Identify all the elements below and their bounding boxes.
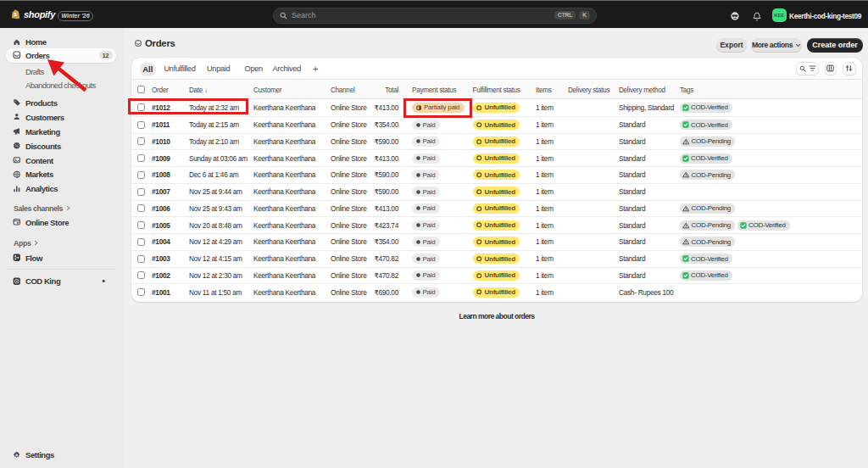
svg-text:S: S [14,12,17,17]
